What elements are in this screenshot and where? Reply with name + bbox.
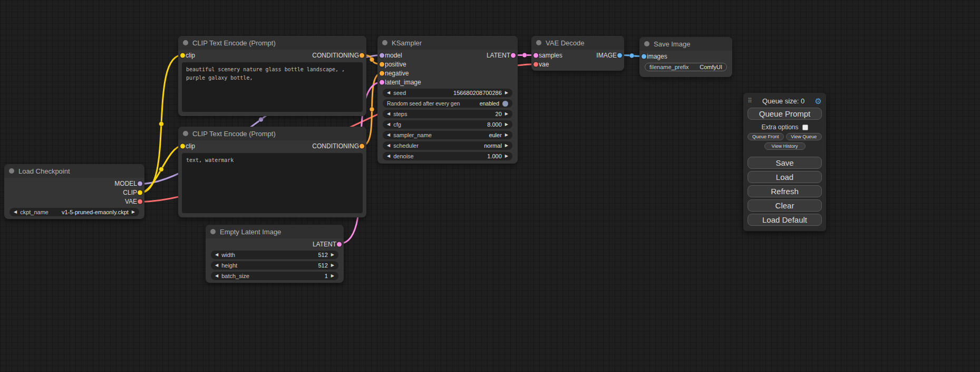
decrement-arrow-icon[interactable]: ◀ [215,263,218,268]
clip-input-slot[interactable] [180,53,185,58]
output-label: LATENT [487,52,510,59]
increment-arrow-icon[interactable]: ▶ [505,144,508,148]
refresh-button[interactable]: Refresh [748,185,822,197]
settings-gear-icon[interactable]: ⚙ [815,97,822,105]
toggle-knob-icon[interactable] [502,101,508,107]
increment-arrow-icon[interactable]: ▶ [505,112,508,116]
link-midpoint-dot[interactable] [522,53,527,58]
extra-options-checkbox[interactable] [802,125,808,130]
cfg-widget[interactable]: ◀ cfg 8.000 ▶ [383,120,512,129]
node-title-bar[interactable]: Load Checkpoint [4,164,144,178]
node-clip-text-encode-positive[interactable]: CLIP Text Encode (Prompt) clip CONDITION… [178,36,366,116]
node-empty-latent-image[interactable]: Empty Latent Image LATENT ◀ width 512 ▶ … [206,225,344,283]
decrement-arrow-icon[interactable]: ◀ [215,253,218,257]
node-title-bar[interactable]: Save Image [639,37,732,51]
random-seed-toggle[interactable]: Random seed after every gen enabled [383,99,512,108]
decrement-arrow-icon[interactable]: ◀ [387,133,390,137]
node-title: KSampler [392,39,422,47]
collapse-dot-icon[interactable] [183,40,188,45]
decrement-arrow-icon[interactable]: ◀ [215,274,218,278]
latent-output-slot[interactable] [337,242,342,246]
widget-value: v1-5-pruned-emaonly.ckpt [62,209,129,215]
view-history-button[interactable]: View History [764,142,806,150]
decrement-arrow-icon[interactable]: ◀ [387,122,390,127]
positive-input-slot[interactable] [380,62,384,66]
collapse-dot-icon[interactable] [183,131,188,136]
filename-prefix-widget[interactable]: filename_prefix ComfyUI [645,63,727,71]
link-midpoint-dot[interactable] [370,107,374,112]
prompt-textarea[interactable]: beautiful scenery nature glass bottle la… [182,62,363,112]
collapse-dot-icon[interactable] [9,168,14,174]
collapse-dot-icon[interactable] [536,40,541,45]
collapse-dot-icon[interactable] [210,229,216,234]
latent-image-input-slot[interactable] [380,80,384,84]
increment-arrow-icon[interactable]: ▶ [505,154,508,158]
batch-size-widget[interactable]: ◀ batch_size 1 ▶ [211,272,338,280]
increment-arrow-icon[interactable]: ▶ [505,133,508,137]
node-clip-text-encode-negative[interactable]: CLIP Text Encode (Prompt) clip CONDITION… [178,127,366,217]
output-label: MODEL [114,180,137,187]
save-button[interactable]: Save [748,157,822,169]
drag-handle-icon[interactable]: ⠿ [748,97,752,104]
widget-name: width [221,252,235,258]
queue-prompt-button[interactable]: Queue Prompt [748,108,822,120]
node-save-image[interactable]: Save Image images filename_prefix ComfyU… [639,37,732,77]
images-input-slot[interactable] [642,54,646,59]
width-widget[interactable]: ◀ width 512 ▶ [211,251,338,259]
vae-output-slot[interactable] [138,199,142,204]
load-button[interactable]: Load [748,171,822,183]
collapse-dot-icon[interactable] [382,40,387,45]
conditioning-output-slot[interactable] [360,144,364,148]
view-queue-button[interactable]: View Queue [786,133,822,140]
increment-arrow-icon[interactable]: ▶ [505,122,508,127]
load-default-button[interactable]: Load Default [748,214,822,226]
steps-widget[interactable]: ◀ steps 20 ▶ [383,110,512,118]
node-title-bar[interactable]: VAE Decode [531,36,624,50]
node-ksampler[interactable]: KSampler model LATENT positive negative … [377,36,518,164]
queue-front-button[interactable]: Queue Front [748,133,784,140]
clip-input-slot[interactable] [180,144,185,148]
decrement-arrow-icon[interactable]: ◀ [14,210,17,214]
link-midpoint-dot[interactable] [159,167,164,171]
model-output-slot[interactable] [138,181,142,186]
link-midpoint-dot[interactable] [629,53,634,58]
conditioning-output-slot[interactable] [360,53,364,58]
node-title-bar[interactable]: Empty Latent Image [206,225,344,239]
node-graph-canvas[interactable]: Load Checkpoint MODEL CLIP VAE ◀ ckpt_na… [0,0,980,372]
clear-button[interactable]: Clear [748,199,822,212]
increment-arrow-icon[interactable]: ▶ [132,210,135,214]
link-midpoint-dot[interactable] [159,121,164,126]
node-load-checkpoint[interactable]: Load Checkpoint MODEL CLIP VAE ◀ ckpt_na… [4,164,144,219]
image-output-slot[interactable] [617,53,622,58]
vae-input-slot[interactable] [533,62,538,66]
widget-name: filename_prefix [649,64,689,70]
negative-input-slot[interactable] [380,71,384,75]
increment-arrow-icon[interactable]: ▶ [331,263,334,268]
output-slot-row: CLIP [4,188,144,197]
link-midpoint-dot[interactable] [259,117,264,122]
node-vae-decode[interactable]: VAE Decode samples IMAGE vae [531,36,624,71]
denoise-widget[interactable]: ◀ denoise 1.000 ▶ [383,152,512,160]
increment-arrow-icon[interactable]: ▶ [331,274,334,278]
model-input-slot[interactable] [380,53,384,58]
decrement-arrow-icon[interactable]: ◀ [387,112,390,116]
node-title-bar[interactable]: CLIP Text Encode (Prompt) [178,36,366,50]
decrement-arrow-icon[interactable]: ◀ [387,91,390,95]
prompt-textarea[interactable]: text, watermark [182,153,363,213]
ckpt-name-widget[interactable]: ◀ ckpt_name v1-5-pruned-emaonly.ckpt ▶ [9,208,139,216]
height-widget[interactable]: ◀ height 512 ▶ [211,261,338,270]
increment-arrow-icon[interactable]: ▶ [505,91,508,95]
latent-output-slot[interactable] [511,53,516,58]
decrement-arrow-icon[interactable]: ◀ [387,144,390,148]
seed-widget[interactable]: ◀ seed 156680208700286 ▶ [383,89,512,97]
clip-output-slot[interactable] [138,190,142,195]
sampler-name-widget[interactable]: ◀ sampler_name euler ▶ [383,131,512,139]
collapse-dot-icon[interactable] [644,41,649,46]
increment-arrow-icon[interactable]: ▶ [331,253,334,257]
node-title-bar[interactable]: CLIP Text Encode (Prompt) [178,127,366,140]
scheduler-widget[interactable]: ◀ scheduler normal ▶ [383,141,512,150]
link-midpoint-dot[interactable] [370,57,374,62]
node-title-bar[interactable]: KSampler [377,36,518,50]
decrement-arrow-icon[interactable]: ◀ [387,154,390,158]
samples-input-slot[interactable] [533,53,538,58]
